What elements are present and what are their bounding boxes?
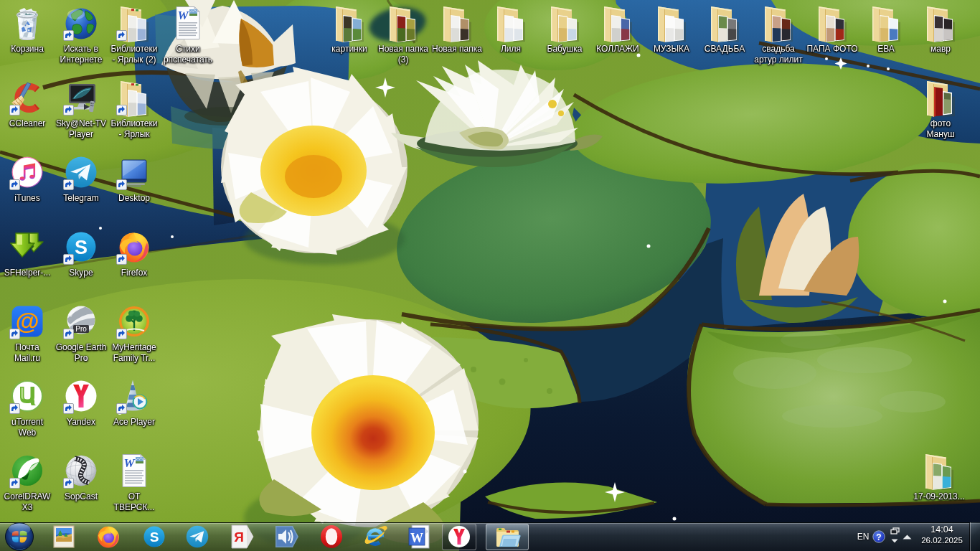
svg-text:Pro: Pro [75, 325, 87, 333]
svg-text:?: ? [876, 532, 881, 542]
svg-text:Я: Я [234, 529, 244, 545]
svg-text:W: W [177, 9, 189, 22]
svg-text:W: W [123, 456, 136, 470]
svg-text:S: S [150, 529, 159, 545]
svg-text:W: W [410, 531, 423, 545]
svg-text:S: S [75, 237, 88, 258]
